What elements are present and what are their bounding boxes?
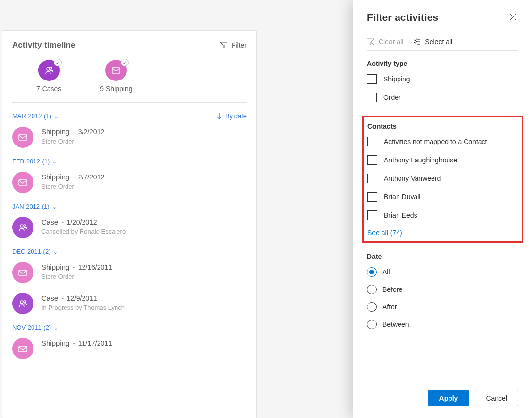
contact-option[interactable]: Brian Eeds xyxy=(367,210,518,220)
date-option[interactable]: Between xyxy=(367,320,518,329)
radio[interactable] xyxy=(367,267,377,277)
select-all-button[interactable]: Select all xyxy=(413,38,452,46)
option-label: Anthony Laughinghouse xyxy=(384,156,457,164)
contact-option[interactable]: Anthony Vanweerd xyxy=(367,174,518,183)
contact-option[interactable]: Activities not mapped to a Contact xyxy=(367,137,518,146)
radio[interactable] xyxy=(367,320,377,329)
date-option[interactable]: All xyxy=(367,267,518,277)
svg-rect-3 xyxy=(19,135,27,140)
filter-toggle[interactable]: Filter xyxy=(220,41,247,49)
filter-panel-header: Filter activities xyxy=(367,12,518,23)
timeline-item[interactable]: Shipping - 2/7/2012 Store Order xyxy=(12,172,247,193)
summary-label: 9 Shipping xyxy=(100,85,132,93)
chevron-up-icon: ⌃ xyxy=(52,203,57,209)
clear-all-label: Clear all xyxy=(379,38,403,46)
timeline-item-title: Shipping - 12/16/2011 xyxy=(41,263,112,271)
timeline-item-title: Shipping - 11/17/2011 xyxy=(41,339,112,347)
summary-label: 7 Cases xyxy=(36,85,61,93)
svg-rect-2 xyxy=(112,68,120,73)
activity-type-title: Activity type xyxy=(367,60,518,67)
see-all-link[interactable]: See all (74) xyxy=(367,229,518,237)
option-label: Between xyxy=(382,321,409,328)
timeline-title: Activity timeline xyxy=(12,40,75,50)
filter-panel: Filter activities Clear all Select all A… xyxy=(353,0,532,418)
clear-all-button[interactable]: Clear all xyxy=(367,38,403,46)
chevron-up-icon: ⌃ xyxy=(52,158,57,164)
month-group-header[interactable]: MAR 2012 (1) ⌃ xyxy=(12,113,59,120)
timeline-item-text: Case - 1/20/2012 Cancelled by Ronald Esc… xyxy=(41,217,126,238)
contacts-highlight-box: Contacts Activities not mapped to a Cont… xyxy=(362,116,523,243)
timeline-item-subtitle: Store Order xyxy=(41,183,104,190)
svg-point-5 xyxy=(20,225,23,227)
month-group-header[interactable]: JAN 2012 (1) ⌃ xyxy=(12,203,57,210)
activity-type-option[interactable]: Shipping xyxy=(367,74,518,84)
date-option[interactable]: After xyxy=(367,302,518,312)
mail-icon xyxy=(12,338,33,359)
checkbox[interactable] xyxy=(367,192,377,202)
filter-panel-footer: Apply Cancel xyxy=(367,381,518,418)
svg-rect-4 xyxy=(19,180,27,185)
timeline-item[interactable]: Shipping - 3/2/2012 Store Order xyxy=(12,127,247,148)
contact-option[interactable]: Anthony Laughinghouse xyxy=(367,155,518,165)
close-icon xyxy=(510,14,516,20)
summary-item[interactable]: ✓ 9 Shipping xyxy=(100,60,132,93)
mail-icon xyxy=(12,262,33,283)
option-label: Order xyxy=(383,94,401,101)
close-button[interactable] xyxy=(508,12,518,22)
funnel-clear-icon xyxy=(367,38,375,46)
chevron-up-icon: ⌃ xyxy=(54,324,58,331)
sort-by-date[interactable]: By date xyxy=(216,113,247,120)
option-label: Brian Eeds xyxy=(384,211,417,219)
mail-icon xyxy=(12,127,33,148)
timeline-item-title: Shipping - 3/2/2012 xyxy=(41,128,104,136)
mail-icon: ✓ xyxy=(105,60,127,81)
timeline-item[interactable]: Case - 1/20/2012 Cancelled by Ronald Esc… xyxy=(12,217,247,238)
arrow-down-icon xyxy=(216,113,222,120)
filter-panel-title: Filter activities xyxy=(367,12,438,23)
timeline-item[interactable]: Shipping - 11/17/2011 xyxy=(12,338,247,359)
timeline-item-subtitle: Store Order xyxy=(41,138,104,145)
checkbox[interactable] xyxy=(367,93,377,102)
summary-row: ✓ 7 Cases ✓ 9 Shipping xyxy=(12,60,247,93)
filter-toggle-label: Filter xyxy=(232,41,247,49)
date-option[interactable]: Before xyxy=(367,285,518,294)
summary-item[interactable]: ✓ 7 Cases xyxy=(36,60,61,93)
person-icon: ✓ xyxy=(38,60,60,81)
timeline-header: Activity timeline Filter xyxy=(12,40,247,50)
select-all-icon xyxy=(413,38,421,46)
radio[interactable] xyxy=(367,285,377,294)
checkbox[interactable] xyxy=(367,74,377,84)
month-label: FEB 2012 (1) xyxy=(12,158,50,165)
timeline-item-text: Shipping - 11/17/2011 xyxy=(41,338,112,359)
activity-type-option[interactable]: Order xyxy=(367,93,518,102)
checkbox[interactable] xyxy=(367,155,377,165)
date-title: Date xyxy=(367,253,518,260)
timeline-item-text: Shipping - 12/16/2011 Store Order xyxy=(41,262,112,283)
checkbox[interactable] xyxy=(367,174,377,183)
chevron-up-icon: ⌃ xyxy=(54,113,59,119)
svg-rect-7 xyxy=(19,270,27,275)
month-group-header[interactable]: DEC 2011 (2) ⌃ xyxy=(12,248,58,255)
by-date-label: By date xyxy=(225,113,247,120)
check-badge-icon: ✓ xyxy=(54,59,62,66)
month-label: JAN 2012 (1) xyxy=(12,203,50,210)
month-group-header[interactable]: NOV 2011 (2) ⌃ xyxy=(12,324,58,331)
month-group-header[interactable]: FEB 2012 (1) ⌃ xyxy=(12,158,57,165)
select-all-label: Select all xyxy=(425,38,452,46)
timeline-item[interactable]: Case - 12/9/2011 In Progress by Thomas L… xyxy=(12,293,247,314)
cancel-button[interactable]: Cancel xyxy=(475,390,518,406)
contact-option[interactable]: Brian Duvall xyxy=(367,192,518,202)
checkbox[interactable] xyxy=(367,137,377,146)
radio[interactable] xyxy=(367,302,377,312)
filter-toolbar: Clear all Select all xyxy=(367,23,518,51)
option-label: After xyxy=(382,303,397,311)
checkbox[interactable] xyxy=(367,210,377,220)
check-badge-icon: ✓ xyxy=(121,59,129,66)
svg-point-6 xyxy=(24,225,26,226)
activity-timeline-card: Activity timeline Filter ✓ 7 Cases ✓ 9 S… xyxy=(2,30,257,418)
timeline-item[interactable]: Shipping - 12/16/2011 Store Order xyxy=(12,262,247,283)
apply-button[interactable]: Apply xyxy=(428,390,469,406)
svg-point-0 xyxy=(47,67,50,70)
svg-point-9 xyxy=(24,301,26,303)
timeline-item-text: Case - 12/9/2011 In Progress by Thomas L… xyxy=(41,293,125,314)
